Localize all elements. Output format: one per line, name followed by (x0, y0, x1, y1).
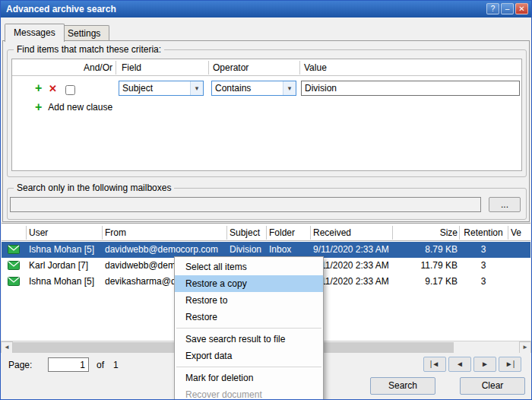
first-page-button[interactable]: |◄ (423, 357, 446, 372)
header-separator (116, 61, 116, 75)
criteria-clause-row: + ✕ Subject ▾ Contains ▾ (12, 81, 521, 97)
mail-envelope-icon (8, 277, 20, 286)
column-header-from[interactable]: From (105, 224, 225, 241)
menu-item-mark-for-deletion[interactable]: Mark for deletion (175, 370, 323, 386)
mail-envelope-icon (8, 261, 20, 270)
add-clause-icon[interactable]: + (35, 82, 42, 94)
menu-item-save-search-result-to-file[interactable]: Save search result to file (175, 331, 323, 348)
header-separator (102, 226, 103, 240)
tab-messages[interactable]: Messages (5, 24, 65, 42)
page-total: 1 (113, 360, 119, 370)
cell-retention: 3 (461, 274, 506, 290)
column-header-received[interactable]: Received (313, 224, 395, 241)
cell-size: 9.17 KB (395, 274, 458, 290)
header-separator (392, 226, 393, 240)
results-header-row: User From Subject Folder Received Size R… (2, 224, 530, 241)
cell-user: Ishna Mohan [5] (29, 242, 101, 258)
add-icon: + (35, 101, 42, 113)
search-button[interactable]: Search (370, 377, 435, 395)
clear-button[interactable]: Clear (460, 377, 525, 395)
cell-folder: Inbox (269, 242, 309, 258)
column-header-subject[interactable]: Subject (230, 224, 265, 241)
cell-size: 8.79 KB (395, 242, 458, 258)
menu-item-restore[interactable]: Restore (175, 309, 323, 325)
header-separator (310, 226, 311, 240)
page-label: Page: (8, 360, 32, 370)
advanced-archive-search-window: Advanced archive search ? – ✕ Messages S… (0, 0, 532, 400)
column-header-user[interactable]: User (29, 224, 101, 241)
remove-clause-icon[interactable]: ✕ (49, 83, 57, 95)
titlebar-buttons: ? – ✕ (486, 3, 528, 14)
column-header-size[interactable]: Size (395, 224, 458, 241)
menu-item-select-all-items[interactable]: Select all items (175, 259, 323, 275)
mail-envelope-icon (8, 245, 20, 254)
column-header-version[interactable]: Ve (511, 224, 530, 241)
cell-user: Karl Jordan [7] (29, 258, 101, 274)
scroll-left-icon[interactable]: ◄ (1, 341, 13, 354)
field-select[interactable]: Subject ▾ (119, 81, 204, 96)
last-page-button[interactable]: ►| (499, 357, 521, 372)
criteria-header-row: And/Or Field Operator Value (12, 59, 521, 76)
add-new-clause-label: Add new clause (48, 102, 112, 113)
value-input[interactable] (301, 81, 520, 96)
tab-settings[interactable]: Settings (59, 25, 109, 41)
criteria-header-value: Value (304, 59, 327, 76)
next-page-button[interactable]: ► (473, 357, 496, 372)
criteria-header-field: Field (122, 59, 141, 76)
cell-received: 9/11/2020 2:33 AM (313, 242, 395, 258)
column-header-folder[interactable]: Folder (269, 224, 309, 241)
criteria-group-title: Find items that match these criteria: (14, 44, 164, 55)
column-header-retention[interactable]: Retention (461, 224, 506, 241)
cell-from: davidwebb@democorp.com (105, 242, 225, 258)
header-separator (508, 226, 508, 240)
chevron-down-icon: ▾ (190, 81, 203, 95)
operator-select[interactable]: Contains ▾ (211, 81, 296, 96)
cell-received: 9/11/2020 2:33 AM (313, 258, 395, 274)
titlebar[interactable]: Advanced archive search ? – ✕ (1, 1, 531, 17)
mailboxes-group-title: Search only in the following mailboxes (14, 183, 174, 193)
page-of-label: of (97, 360, 104, 370)
table-row[interactable]: Ishna Mohan [5] davidwebb@democorp.com D… (2, 242, 530, 258)
header-separator (208, 61, 209, 75)
page-number-input[interactable] (48, 357, 89, 372)
header-separator (459, 226, 460, 240)
browse-mailboxes-button[interactable]: ... (489, 197, 521, 212)
criteria-header-andor: And/Or (12, 59, 112, 76)
menu-separator (176, 367, 321, 367)
cell-size: 11.79 KB (395, 258, 458, 274)
menu-item-recover-document: Recover document (175, 386, 323, 400)
header-separator (226, 226, 227, 240)
cell-subject: Division (230, 242, 265, 258)
menu-separator (176, 328, 321, 329)
field-select-value: Subject (119, 81, 190, 95)
operator-select-value: Contains (212, 81, 283, 95)
minimize-button[interactable]: – (501, 3, 514, 14)
clause-checkbox[interactable] (65, 85, 75, 95)
header-separator (299, 61, 300, 75)
cell-user: Ishna Mohan [5] (29, 274, 101, 290)
cell-retention: 3 (461, 242, 506, 258)
chevron-down-icon: ▾ (283, 81, 296, 95)
criteria-panel: And/Or Field Operator Value + ✕ Subject … (11, 59, 522, 171)
menu-item-restore-a-copy[interactable]: Restore a copy (175, 275, 323, 292)
help-button[interactable]: ? (486, 3, 499, 14)
header-separator (26, 226, 27, 240)
close-button[interactable]: ✕ (515, 3, 528, 14)
cell-retention: 3 (461, 258, 506, 274)
cell-received: 9/11/2020 2:33 AM (313, 274, 395, 290)
mailboxes-input[interactable] (10, 197, 481, 212)
add-new-clause-link[interactable]: + Add new clause (35, 100, 112, 114)
criteria-header-operator: Operator (213, 59, 249, 76)
menu-item-export-data[interactable]: Export data (175, 348, 323, 364)
window-title: Advanced archive search (6, 4, 116, 14)
scroll-right-icon[interactable]: ► (519, 341, 531, 354)
previous-page-button[interactable]: ◄ (448, 357, 471, 372)
header-separator (266, 226, 267, 240)
menu-item-restore-to[interactable]: Restore to (175, 292, 323, 309)
context-menu: Select all items Restore a copy Restore … (174, 256, 324, 400)
